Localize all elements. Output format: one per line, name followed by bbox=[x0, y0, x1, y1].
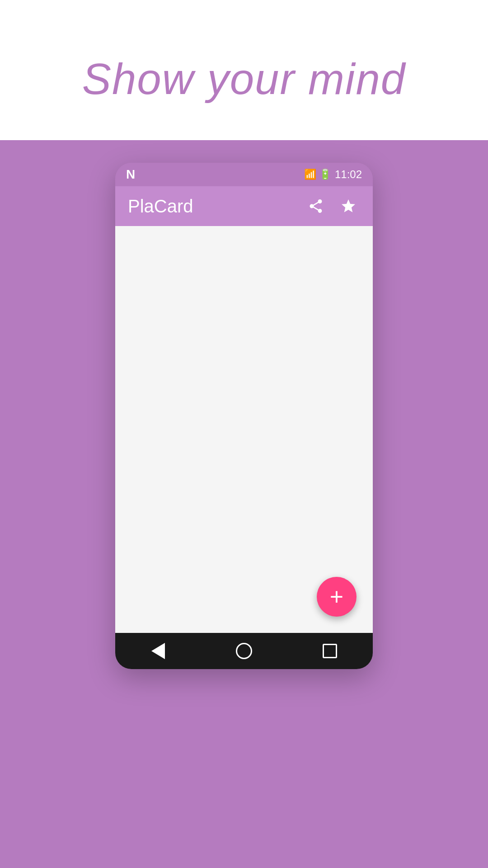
content-area: + bbox=[115, 226, 373, 633]
status-bar: N 📶 🔋 11:02 bbox=[115, 163, 373, 186]
phone-mockup: N 📶 🔋 11:02 PlaCard bbox=[115, 163, 373, 669]
phone-wrapper: N 📶 🔋 11:02 PlaCard bbox=[0, 140, 488, 669]
app-title: PlaCard bbox=[128, 196, 304, 217]
tagline-text: Show your mind bbox=[82, 54, 406, 104]
purple-background: N 📶 🔋 11:02 PlaCard bbox=[0, 140, 488, 868]
add-button[interactable]: + bbox=[317, 577, 357, 617]
status-icons: 📶 🔋 bbox=[304, 169, 331, 180]
recents-button[interactable] bbox=[312, 633, 348, 669]
app-toolbar: PlaCard bbox=[115, 186, 373, 226]
favorite-button[interactable] bbox=[337, 194, 360, 218]
recents-icon bbox=[323, 644, 337, 658]
home-icon bbox=[236, 643, 252, 659]
navigation-bar bbox=[115, 633, 373, 669]
time-display: 11:02 bbox=[335, 168, 362, 181]
status-left: N bbox=[126, 167, 135, 182]
status-right: 📶 🔋 11:02 bbox=[304, 168, 362, 181]
add-icon: + bbox=[330, 585, 343, 609]
share-button[interactable] bbox=[304, 194, 328, 218]
status-logo: N bbox=[126, 167, 135, 182]
back-button[interactable] bbox=[140, 633, 176, 669]
back-icon bbox=[151, 643, 165, 659]
share-icon bbox=[308, 198, 324, 214]
signal-icon: 📶 bbox=[304, 169, 316, 180]
home-button[interactable] bbox=[226, 633, 262, 669]
battery-icon: 🔋 bbox=[319, 169, 331, 180]
toolbar-actions bbox=[304, 194, 360, 218]
star-icon bbox=[340, 198, 357, 214]
top-section: Show your mind bbox=[0, 0, 488, 140]
